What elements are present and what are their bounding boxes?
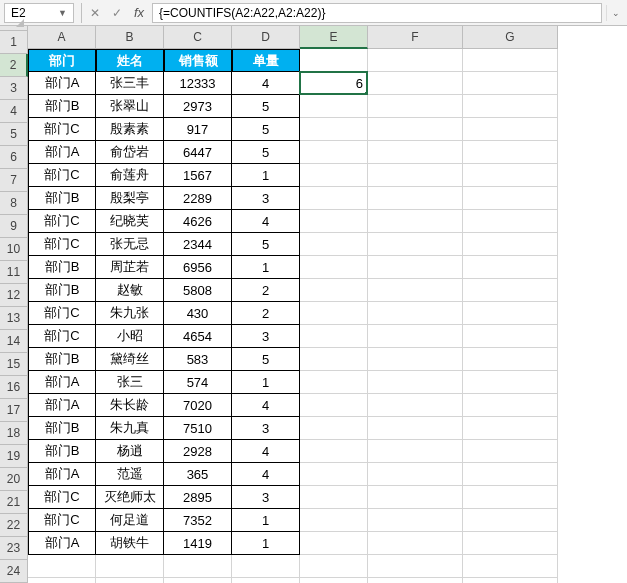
- cell-C3[interactable]: 2973: [164, 95, 232, 118]
- insert-function-button[interactable]: fx: [128, 2, 150, 24]
- expand-formula-bar-button[interactable]: ⌄: [606, 5, 624, 21]
- cell-E12[interactable]: [300, 302, 368, 325]
- cell-A13[interactable]: 部门C: [28, 325, 96, 348]
- cell-F5[interactable]: [368, 141, 463, 164]
- cell-D13[interactable]: 3: [232, 325, 300, 348]
- cell-A17[interactable]: 部门B: [28, 417, 96, 440]
- cell-E9[interactable]: [300, 233, 368, 256]
- cell-A10[interactable]: 部门B: [28, 256, 96, 279]
- cell-F18[interactable]: [368, 440, 463, 463]
- cell-E23[interactable]: [300, 555, 368, 578]
- cell-D7[interactable]: 3: [232, 187, 300, 210]
- cell-D24[interactable]: [232, 578, 300, 583]
- row-header-13[interactable]: 13: [0, 307, 28, 330]
- column-header-C[interactable]: C: [164, 26, 232, 49]
- cell-A5[interactable]: 部门A: [28, 141, 96, 164]
- cell-E5[interactable]: [300, 141, 368, 164]
- row-header-1[interactable]: 1: [0, 31, 28, 54]
- cell-B9[interactable]: 张无忌: [96, 233, 164, 256]
- column-header-D[interactable]: D: [232, 26, 300, 49]
- row-header-3[interactable]: 3: [0, 77, 28, 100]
- cell-C9[interactable]: 2344: [164, 233, 232, 256]
- cell-B17[interactable]: 朱九真: [96, 417, 164, 440]
- cell-D10[interactable]: 1: [232, 256, 300, 279]
- cell-F11[interactable]: [368, 279, 463, 302]
- cell-C19[interactable]: 365: [164, 463, 232, 486]
- cell-D23[interactable]: [232, 555, 300, 578]
- cell-E8[interactable]: [300, 210, 368, 233]
- cell-G9[interactable]: [463, 233, 558, 256]
- cell-D17[interactable]: 3: [232, 417, 300, 440]
- cell-F21[interactable]: [368, 509, 463, 532]
- row-header-24[interactable]: 24: [0, 560, 28, 583]
- cell-C2[interactable]: 12333: [164, 72, 232, 95]
- cell-A9[interactable]: 部门C: [28, 233, 96, 256]
- cell-D3[interactable]: 5: [232, 95, 300, 118]
- cell-A6[interactable]: 部门C: [28, 164, 96, 187]
- cell-G22[interactable]: [463, 532, 558, 555]
- cell-E20[interactable]: [300, 486, 368, 509]
- cell-D16[interactable]: 4: [232, 394, 300, 417]
- cell-D20[interactable]: 3: [232, 486, 300, 509]
- cell-B6[interactable]: 俞莲舟: [96, 164, 164, 187]
- cell-E6[interactable]: [300, 164, 368, 187]
- row-header-10[interactable]: 10: [0, 238, 28, 261]
- cell-A23[interactable]: [28, 555, 96, 578]
- cell-F9[interactable]: [368, 233, 463, 256]
- cell-C5[interactable]: 6447: [164, 141, 232, 164]
- cell-D15[interactable]: 1: [232, 371, 300, 394]
- row-header-19[interactable]: 19: [0, 445, 28, 468]
- cell-C16[interactable]: 7020: [164, 394, 232, 417]
- cell-C12[interactable]: 430: [164, 302, 232, 325]
- cell-D22[interactable]: 1: [232, 532, 300, 555]
- cell-G1[interactable]: [463, 49, 558, 72]
- cell-B19[interactable]: 范遥: [96, 463, 164, 486]
- cell-C22[interactable]: 1419: [164, 532, 232, 555]
- cell-B15[interactable]: 张三: [96, 371, 164, 394]
- cell-C18[interactable]: 2928: [164, 440, 232, 463]
- cell-F23[interactable]: [368, 555, 463, 578]
- cell-D6[interactable]: 1: [232, 164, 300, 187]
- cell-G24[interactable]: [463, 578, 558, 583]
- row-header-16[interactable]: 16: [0, 376, 28, 399]
- cell-D18[interactable]: 4: [232, 440, 300, 463]
- cell-D8[interactable]: 4: [232, 210, 300, 233]
- cell-A19[interactable]: 部门A: [28, 463, 96, 486]
- cell-E18[interactable]: [300, 440, 368, 463]
- cell-B3[interactable]: 张翠山: [96, 95, 164, 118]
- row-header-17[interactable]: 17: [0, 399, 28, 422]
- cell-D12[interactable]: 2: [232, 302, 300, 325]
- cell-F7[interactable]: [368, 187, 463, 210]
- cell-B2[interactable]: 张三丰: [96, 72, 164, 95]
- cell-E4[interactable]: [300, 118, 368, 141]
- cell-B20[interactable]: 灭绝师太: [96, 486, 164, 509]
- cell-E1[interactable]: [300, 49, 368, 72]
- row-header-4[interactable]: 4: [0, 100, 28, 123]
- cell-E11[interactable]: [300, 279, 368, 302]
- cell-E10[interactable]: [300, 256, 368, 279]
- column-header-B[interactable]: B: [96, 26, 164, 49]
- cell-F2[interactable]: [368, 72, 463, 95]
- cell-B7[interactable]: 殷梨亭: [96, 187, 164, 210]
- cell-A21[interactable]: 部门C: [28, 509, 96, 532]
- cell-E22[interactable]: [300, 532, 368, 555]
- row-header-14[interactable]: 14: [0, 330, 28, 353]
- cell-A20[interactable]: 部门C: [28, 486, 96, 509]
- cell-G18[interactable]: [463, 440, 558, 463]
- cell-A1[interactable]: 部门: [28, 49, 96, 72]
- cell-D5[interactable]: 5: [232, 141, 300, 164]
- cell-F8[interactable]: [368, 210, 463, 233]
- cell-F4[interactable]: [368, 118, 463, 141]
- cell-B5[interactable]: 俞岱岩: [96, 141, 164, 164]
- cell-D1[interactable]: 单量: [232, 49, 300, 72]
- cell-C17[interactable]: 7510: [164, 417, 232, 440]
- cell-C15[interactable]: 574: [164, 371, 232, 394]
- column-header-F[interactable]: F: [368, 26, 463, 49]
- cell-A16[interactable]: 部门A: [28, 394, 96, 417]
- cell-B23[interactable]: [96, 555, 164, 578]
- name-box[interactable]: E2 ▼: [4, 3, 74, 23]
- row-header-9[interactable]: 9: [0, 215, 28, 238]
- cell-A18[interactable]: 部门B: [28, 440, 96, 463]
- cell-B8[interactable]: 纪晓芙: [96, 210, 164, 233]
- cell-A11[interactable]: 部门B: [28, 279, 96, 302]
